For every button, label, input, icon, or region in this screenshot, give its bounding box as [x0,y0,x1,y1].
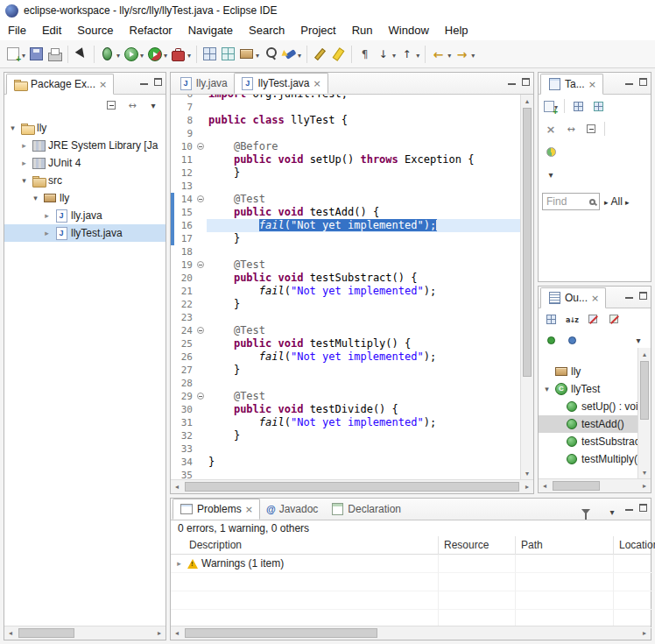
expander-icon[interactable] [542,385,552,393]
code-text[interactable]: } [207,298,520,311]
menu-project[interactable]: Project [292,21,343,40]
minimize-button[interactable] [625,78,633,86]
code-text[interactable]: fail("Not yet implemented"); [207,285,520,298]
run-external-tools-button[interactable] [169,45,193,63]
code-text[interactable]: import org.junit.Test; [207,95,520,101]
code-text[interactable]: fail("Not yet implemented"); [207,219,520,232]
code-text[interactable] [207,245,520,258]
package-explorer-hscrollbar[interactable] [4,626,166,640]
scroll-left-icon[interactable] [171,626,183,639]
scroll-left-icon[interactable] [4,626,17,639]
code-text[interactable]: public void testSubstract() { [207,272,520,285]
hide-local-types-button[interactable] [563,331,581,349]
editor-tab-lly-java[interactable]: lly.java [173,73,234,94]
code-text[interactable]: } [207,429,520,442]
code-text[interactable]: } [207,364,520,377]
expander-icon[interactable] [19,159,29,167]
minimize-button[interactable] [508,78,516,86]
expander-icon[interactable] [8,124,18,132]
tab-declaration[interactable]: Declaration [324,499,407,520]
problems-row-warnings-1-item[interactable]: Warnings (1 item) [171,555,651,573]
menu-file[interactable]: File [0,21,34,40]
tab-problems[interactable]: Problems [173,499,260,520]
code-text[interactable]: public void testDivide() { [207,403,520,416]
outline-item-llytest[interactable]: llyTest [539,380,637,398]
scroll-up-icon[interactable] [521,95,533,107]
scroll-down-icon[interactable] [521,467,533,479]
search-button[interactable] [279,45,303,63]
new-package-dropdown-arrow[interactable] [256,48,259,60]
menu-source[interactable]: Source [69,21,121,40]
scroll-right-icon[interactable] [521,480,533,492]
close-icon[interactable] [591,292,599,304]
maximize-button[interactable] [639,292,647,300]
close-icon[interactable] [313,77,320,89]
code-text[interactable] [207,469,520,479]
menu-search[interactable]: Search [241,21,292,40]
scroll-left-icon[interactable] [171,480,183,492]
run-external-tools-dropdown-arrow[interactable] [187,48,191,60]
minimize-button[interactable] [625,292,633,300]
expander-icon[interactable] [42,229,52,237]
editor-vertical-scrollbar[interactable] [520,95,533,479]
editor-tab-llytest-java[interactable]: llyTest.java [234,73,328,94]
focus-button[interactable] [542,310,560,328]
open-type-button[interactable] [261,45,279,63]
outline-item-testmultiply[interactable]: testMultiply() [539,450,637,468]
scroll-right-icon[interactable] [638,479,651,492]
column-header-path[interactable]: Path [516,536,614,555]
back-button[interactable] [429,45,453,63]
code-text[interactable] [207,311,520,324]
menu-navigate[interactable]: Navigate [180,21,241,40]
filter-presentation-button[interactable] [542,143,560,160]
debug-dropdown-arrow[interactable] [116,48,120,60]
collapse-icon[interactable] [197,393,204,400]
scrollbar-thumb[interactable] [185,628,377,638]
new-dynamic-project-button[interactable] [219,45,237,63]
code-text[interactable] [207,101,520,114]
all-filter-label[interactable]: All [611,195,623,208]
minimize-button[interactable] [140,78,148,86]
scroll-right-icon[interactable] [638,626,651,639]
expander-icon[interactable] [31,194,40,202]
delete-button[interactable] [542,120,560,138]
code-text[interactable]: public void testMultiply() { [207,337,520,350]
tab-javadoc[interactable]: @Javadoc [260,499,324,520]
maximize-button[interactable] [639,78,647,86]
save-button[interactable] [27,45,46,63]
maximize-button[interactable] [639,504,647,512]
code-editor[interactable]: 6import org.junit.Test;78public class ll… [171,95,520,479]
code-text[interactable] [207,180,520,193]
outline-vertical-scrollbar[interactable] [637,348,651,478]
code-text[interactable] [207,442,520,456]
scrollbar-thumb[interactable] [185,482,519,492]
close-icon[interactable] [588,78,596,90]
categorized-view-button[interactable] [569,97,587,115]
open-element-button[interactable] [72,45,90,63]
outline-item-lly[interactable]: lly [539,363,637,380]
column-header-description[interactable]: Description [171,536,439,555]
show-whitespace-button[interactable] [356,45,374,63]
run-button[interactable] [122,45,145,63]
flyout-right-icon[interactable] [625,195,630,208]
back-dropdown-arrow[interactable] [447,48,451,60]
new-task-button[interactable] [542,97,560,115]
new-button[interactable] [4,45,27,63]
menu-refactor[interactable]: Refactor [122,21,180,40]
new-java-project-button[interactable] [201,45,219,63]
close-icon[interactable] [245,503,253,515]
code-text[interactable]: public void testAdd() { [207,206,520,219]
last-edit-location-button[interactable] [311,45,329,63]
collapse-icon[interactable] [197,327,204,334]
scroll-down-icon[interactable] [638,466,651,478]
maximize-button[interactable] [522,78,530,86]
expand-icon[interactable] [174,559,184,568]
menu-help[interactable]: Help [437,21,476,40]
scroll-up-icon[interactable] [638,348,651,360]
code-text[interactable]: fail("Not yet implemented"); [207,350,520,364]
scheduled-view-button[interactable] [589,97,607,115]
view-menu-button[interactable] [603,503,621,520]
scrollbar-thumb[interactable] [523,108,532,377]
scrollbar-thumb[interactable] [553,481,600,491]
collapse-all-button[interactable] [102,96,120,114]
